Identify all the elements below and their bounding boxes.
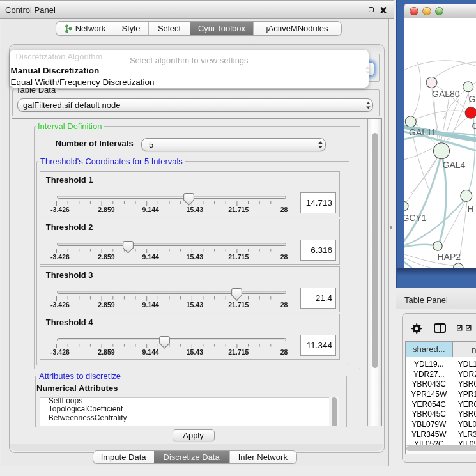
svg-text:GAL11: GAL11 xyxy=(409,127,436,137)
svg-text:C: C xyxy=(472,121,476,131)
svg-text:H: H xyxy=(468,204,474,214)
svg-text:GAL80: GAL80 xyxy=(432,89,460,99)
svg-text:G.: G. xyxy=(469,94,476,104)
svg-text:HAP2: HAP2 xyxy=(438,252,461,262)
svg-text:GAL4: GAL4 xyxy=(443,160,466,170)
svg-text:GCY1: GCY1 xyxy=(404,213,427,223)
